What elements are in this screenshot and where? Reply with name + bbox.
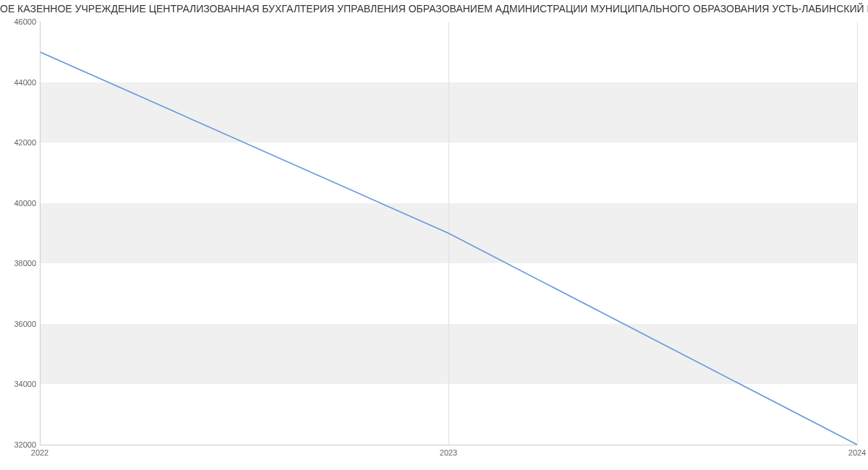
y-tick-label: 34000 (14, 380, 36, 388)
y-tick-label: 38000 (14, 259, 36, 268)
grid-line-v (448, 22, 449, 445)
chart-container: ОЕ КАЗЕННОЕ УЧРЕЖДЕНИЕ ЦЕНТРАЛИЗОВАННАЯ … (0, 0, 868, 470)
grid-line-v (857, 22, 858, 445)
x-axis-line (40, 445, 857, 445)
y-axis-line (40, 22, 41, 445)
x-tick-label: 2024 (848, 448, 866, 457)
x-tick-label: 2022 (31, 448, 48, 457)
y-tick-label: 42000 (14, 138, 36, 147)
plot-area (40, 22, 857, 445)
x-tick-label: 2023 (440, 448, 457, 457)
chart-title: ОЕ КАЗЕННОЕ УЧРЕЖДЕНИЕ ЦЕНТРАЛИЗОВАННАЯ … (0, 3, 868, 14)
y-tick-label: 40000 (14, 199, 36, 208)
y-tick-label: 46000 (14, 17, 36, 26)
y-tick-label: 36000 (14, 320, 36, 328)
y-tick-label: 44000 (14, 78, 36, 87)
